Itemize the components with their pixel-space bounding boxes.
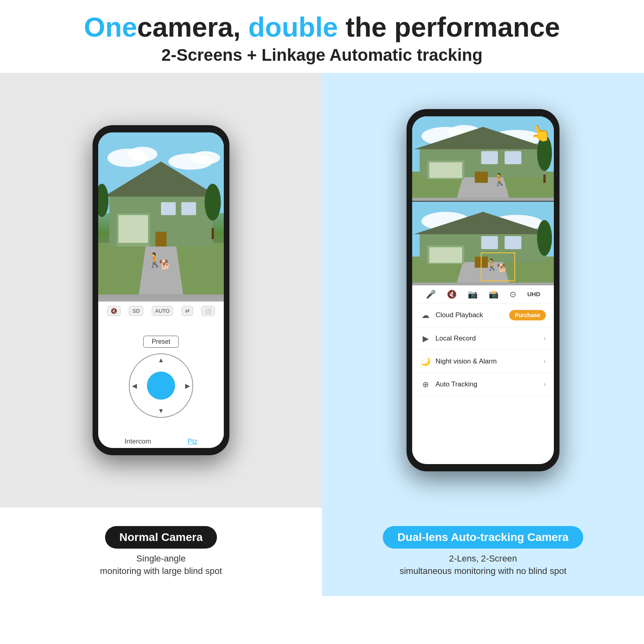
left-label-section: Normal Camera Single-angle monitoring wi… bbox=[0, 508, 322, 596]
svg-rect-45 bbox=[481, 236, 498, 249]
svg-point-14 bbox=[204, 184, 221, 221]
ptz-section: Preset ▲ ▼ ◀ ▶ bbox=[98, 320, 224, 433]
svg-rect-13 bbox=[155, 232, 167, 247]
flip-btn[interactable]: ⇄ bbox=[182, 306, 193, 316]
control-bar: 🔇 SD AUTO ⇄ ⬜ bbox=[98, 301, 224, 320]
arrow-left-icon[interactable]: ◀ bbox=[132, 382, 137, 389]
uhd-label: UHD bbox=[527, 291, 541, 297]
right-camera-view-top: 🚶 👆 bbox=[412, 116, 554, 201]
svg-rect-30 bbox=[505, 151, 522, 164]
svg-point-4 bbox=[190, 151, 220, 164]
settings-icon[interactable]: ⊙ bbox=[510, 289, 516, 299]
svg-rect-12 bbox=[181, 202, 196, 215]
menu-item-tracking[interactable]: ⊕ Auto Tracking › bbox=[412, 373, 554, 396]
svg-text:🚶: 🚶 bbox=[492, 172, 507, 187]
icon-row: 🎤 🔇 📷 📸 ⊙ UHD bbox=[412, 285, 554, 303]
svg-rect-29 bbox=[481, 151, 498, 164]
sd-btn[interactable]: SD bbox=[129, 306, 143, 316]
normal-camera-badge: Normal Camera bbox=[105, 526, 217, 549]
subtitle: 2-Screens + Linkage Automatic tracking bbox=[8, 45, 636, 65]
svg-text:🐕: 🐕 bbox=[159, 258, 171, 270]
right-panel: 🚶 👆 bbox=[322, 73, 644, 508]
joystick-center[interactable] bbox=[147, 372, 175, 400]
right-phone: 🚶 👆 bbox=[407, 109, 559, 471]
cloud-playback-label: Cloud Playback bbox=[436, 311, 483, 319]
video-icon[interactable]: 📷 bbox=[468, 289, 478, 299]
svg-rect-10 bbox=[118, 215, 148, 243]
svg-point-2 bbox=[128, 147, 157, 161]
svg-rect-44 bbox=[429, 247, 462, 263]
night-vision-arrow: › bbox=[543, 357, 546, 365]
tracking-icon: ⊕ bbox=[420, 380, 431, 389]
svg-point-48 bbox=[537, 220, 552, 256]
arrow-down-icon[interactable]: ▼ bbox=[158, 407, 164, 415]
snapshot-icon[interactable]: 📸 bbox=[489, 289, 499, 299]
right-description: 2-Lens, 2-Screen simultaneous monitoring… bbox=[400, 553, 567, 578]
left-camera-view: 🚶 🐕 bbox=[98, 132, 224, 301]
purchase-button[interactable]: Purchase bbox=[509, 310, 546, 320]
left-phone-screen: 🚶 🐕 🔇 SD AUTO ⇄ ⬜ Preset bbox=[98, 132, 224, 448]
left-phone: 🚶 🐕 🔇 SD AUTO ⇄ ⬜ Preset bbox=[93, 125, 229, 455]
preset-button[interactable]: Preset bbox=[143, 336, 179, 348]
right-phone-screen: 🚶 👆 bbox=[412, 116, 554, 464]
left-description: Single-angle monitoring with large blind… bbox=[100, 553, 222, 578]
dual-lens-badge: Dual-lens Auto-tracking Camera bbox=[383, 526, 583, 549]
left-panel: 🚶 🐕 🔇 SD AUTO ⇄ ⬜ Preset bbox=[0, 73, 322, 508]
bottom-labels: Normal Camera Single-angle monitoring wi… bbox=[0, 508, 644, 596]
night-vision-label: Night vision & Alarm bbox=[436, 357, 497, 365]
menu-item-local[interactable]: ▶ Local Record › bbox=[412, 327, 554, 350]
auto-tracking-label: Auto Tracking bbox=[436, 380, 477, 388]
svg-rect-46 bbox=[505, 236, 522, 249]
joystick[interactable]: ▲ ▼ ◀ ▶ bbox=[129, 353, 193, 418]
svg-rect-31 bbox=[475, 171, 488, 183]
mute-icon[interactable]: 🔇 bbox=[447, 289, 457, 299]
main-title: Onecamera, double the performance bbox=[8, 12, 636, 42]
arrow-right-icon[interactable]: ▶ bbox=[185, 382, 190, 389]
header: Onecamera, double the performance 2-Scre… bbox=[0, 0, 644, 73]
right-camera-view-bottom: 🚶 🐕 bbox=[412, 201, 554, 285]
ptz-label[interactable]: Ptz bbox=[188, 438, 198, 446]
mute-btn[interactable]: 🔇 bbox=[107, 306, 121, 316]
record-icon: ▶ bbox=[420, 334, 431, 343]
title-word-double: double bbox=[248, 12, 338, 42]
night-icon: 🌙 bbox=[420, 357, 431, 366]
local-record-arrow: › bbox=[543, 334, 546, 343]
svg-rect-28 bbox=[429, 162, 462, 178]
auto-btn[interactable]: AUTO bbox=[152, 306, 173, 316]
main-panels: 🚶 🐕 🔇 SD AUTO ⇄ ⬜ Preset bbox=[0, 73, 644, 508]
menu-item-cloud[interactable]: ☁ Cloud Playback Purchase bbox=[412, 303, 554, 327]
svg-rect-15 bbox=[212, 228, 214, 239]
screen-btn[interactable]: ⬜ bbox=[201, 306, 215, 316]
menu-item-night[interactable]: 🌙 Night vision & Alarm › bbox=[412, 350, 554, 373]
auto-tracking-arrow: › bbox=[543, 380, 546, 388]
svg-rect-33 bbox=[543, 175, 546, 183]
mic-icon[interactable]: 🎤 bbox=[426, 289, 436, 299]
arrow-up-icon[interactable]: ▲ bbox=[158, 357, 164, 364]
cloud-icon: ☁ bbox=[420, 310, 431, 320]
svg-rect-11 bbox=[161, 202, 176, 215]
menu-list: ☁ Cloud Playback Purchase ▶ Local Record… bbox=[412, 303, 554, 464]
bottom-nav: Intercom Ptz bbox=[98, 433, 224, 448]
intercom-label[interactable]: Intercom bbox=[124, 438, 151, 446]
title-word-one: One bbox=[84, 12, 137, 42]
svg-text:🐕: 🐕 bbox=[497, 263, 508, 273]
right-label-section: Dual-lens Auto-tracking Camera 2-Lens, 2… bbox=[322, 508, 644, 596]
local-record-label: Local Record bbox=[436, 334, 476, 343]
